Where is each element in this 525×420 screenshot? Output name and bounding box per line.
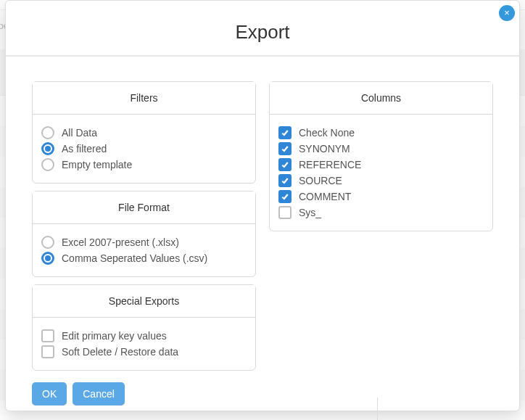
close-icon: × — [504, 7, 510, 18]
option-label: COMMENT — [299, 191, 351, 202]
filters-header: Filters — [33, 82, 255, 115]
format-option-xlsx[interactable]: Excel 2007-present (.xlsx) — [41, 234, 247, 250]
special-option-edit-pk[interactable]: Edit primary key values — [41, 328, 247, 344]
left-column: Filters All Data As filtered Empty templ… — [32, 81, 256, 405]
radio-icon — [41, 126, 54, 139]
radio-icon — [41, 236, 54, 249]
special-option-soft-delete[interactable]: Soft Delete / Restore data — [41, 344, 247, 360]
option-label: REFERENCE — [299, 159, 361, 170]
checkbox-icon — [41, 345, 54, 358]
option-label: Soft Delete / Restore data — [62, 346, 178, 358]
checkbox-icon — [41, 329, 54, 342]
filters-section: Filters All Data As filtered Empty templ… — [32, 81, 256, 184]
option-label: SYNONYM — [299, 143, 350, 155]
column-option-check-none[interactable]: Check None — [278, 125, 484, 141]
radio-icon — [41, 252, 54, 265]
file-format-section: File Format Excel 2007-present (.xlsx) C… — [32, 191, 256, 277]
filters-option-empty-template[interactable]: Empty template — [41, 157, 247, 173]
filters-option-all-data[interactable]: All Data — [41, 125, 247, 141]
checkbox-icon — [278, 142, 292, 155]
option-label: Check None — [299, 127, 355, 139]
option-label: Sys_ — [299, 207, 321, 218]
modal-title: Export — [6, 1, 519, 57]
special-exports-header: Special Exports — [33, 285, 255, 318]
column-option-reference[interactable]: REFERENCE — [278, 157, 484, 173]
column-option-source[interactable]: SOURCE — [278, 173, 484, 189]
option-label: Empty template — [62, 159, 132, 170]
option-label: Edit primary key values — [62, 330, 167, 342]
radio-icon — [41, 158, 54, 171]
radio-icon — [41, 142, 54, 155]
option-label: All Data — [62, 127, 97, 139]
filters-option-as-filtered[interactable]: As filtered — [41, 141, 247, 157]
column-option-sys[interactable]: Sys_ — [278, 205, 484, 221]
file-format-header: File Format — [33, 192, 255, 224]
bg-divider — [377, 398, 378, 420]
ok-button[interactable]: OK — [32, 382, 67, 405]
columns-section: Columns Check None SYNONYM REFERENCE — [269, 81, 493, 231]
special-exports-section: Special Exports Edit primary key values … — [32, 284, 256, 371]
button-row: OK Cancel — [32, 378, 256, 405]
checkbox-icon — [278, 126, 292, 139]
option-label: SOURCE — [299, 175, 342, 186]
cancel-button[interactable]: Cancel — [73, 382, 125, 405]
checkbox-icon — [278, 190, 292, 203]
export-modal: × Export Filters All Data As filtered — [5, 0, 520, 411]
checkbox-icon — [278, 174, 292, 187]
column-option-comment[interactable]: COMMENT — [278, 189, 484, 205]
checkbox-icon — [278, 158, 292, 171]
option-label: As filtered — [62, 143, 107, 155]
option-label: Comma Seperated Values (.csv) — [62, 252, 207, 264]
option-label: Excel 2007-present (.xlsx) — [62, 236, 179, 248]
column-option-synonym[interactable]: SYNONYM — [278, 141, 484, 157]
checkbox-icon — [278, 206, 292, 219]
columns-header: Columns — [270, 82, 492, 115]
right-column: Columns Check None SYNONYM REFERENCE — [269, 81, 493, 239]
format-option-csv[interactable]: Comma Seperated Values (.csv) — [41, 250, 247, 266]
close-button[interactable]: × — [499, 5, 515, 21]
